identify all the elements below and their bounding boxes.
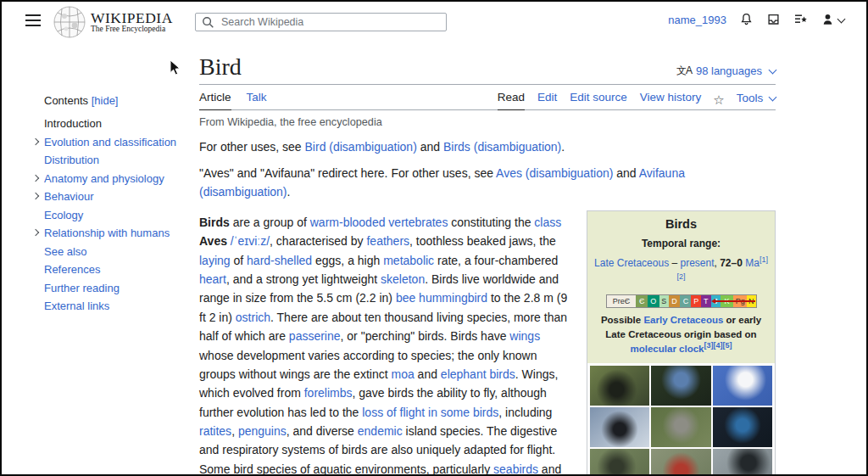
taxobox-title: Birds [592,217,771,232]
text-run: are a group of [230,216,310,229]
wiki-link[interactable]: endemic [358,424,403,438]
wiki-link[interactable]: Ma [745,257,760,269]
era-p[interactable]: P [691,295,701,307]
bird-photo-white-tern[interactable] [713,366,772,406]
tab-edit[interactable]: Edit [537,91,557,109]
wiki-link[interactable]: moa [391,367,414,381]
wiki-link[interactable]: molecular clock [631,344,704,354]
toc-item-label: Evolution and classification [44,136,176,148]
wiki-link[interactable]: Late Cretaceous [594,257,669,269]
text-run: , toothless beaked jaws, the [409,234,556,248]
era-є[interactable]: Є [636,295,648,307]
tab-read[interactable]: Read [498,91,525,110]
notifications-bell-icon[interactable] [739,13,754,26]
bird-photo-hummingbird[interactable] [651,449,710,476]
toc-item-anatomy-and-physiology[interactable]: Anatomy and physiology [33,172,190,186]
era-c[interactable]: C [680,295,691,307]
wiki-link[interactable]: loss of flight in some birds [362,406,498,419]
tab-talk[interactable]: Talk [247,91,267,109]
logo-tagline: The Free Encyclopedia [91,25,173,34]
toc-item-ecology[interactable]: Ecology [33,209,190,222]
toc-item-evolution-and-classification[interactable]: Evolution and classification [33,136,190,149]
bird-photo-frigatebird[interactable] [713,449,772,476]
languages-button[interactable]: 文A 98 languages [676,64,776,81]
bold-text: Birds [199,216,230,229]
chevron-right-icon[interactable] [32,229,39,236]
bird-photo-flying-swallow[interactable] [590,449,649,476]
toc-item-further-reading[interactable]: Further reading [33,282,190,295]
text-run: . [561,140,565,154]
language-icon: 文A [676,64,692,78]
wiki-link[interactable]: Aves (disambiguation) [496,166,613,180]
wiki-link[interactable]: class [534,216,561,229]
bird-photo-grey-crowned-crane[interactable] [651,407,710,447]
chevron-right-icon[interactable] [32,174,39,181]
wiki-link[interactable]: Bird (disambiguation) [305,140,417,154]
era-o[interactable]: O [648,295,659,307]
era-s[interactable]: S [659,295,669,307]
wikipedia-logo[interactable]: WIKIPEDIA The Free Encyclopedia [53,5,173,39]
watchlist-list-star-icon[interactable] [793,13,808,26]
wiki-link[interactable]: Early Cretaceous [643,315,723,325]
chevron-down-icon [769,65,777,74]
search-icon [202,16,214,29]
wiki-link[interactable]: bee hummingbird [396,291,487,305]
toc-item-external-links[interactable]: External links [33,300,190,313]
toc-item-label: Ecology [44,209,83,221]
wiki-link[interactable]: elephant birds [441,367,515,381]
wiki-link[interactable]: /ˈeɪviːz/ [231,234,270,248]
user-menu[interactable] [821,13,844,26]
tab-edit-source[interactable]: Edit source [570,91,627,109]
wiki-link[interactable]: Birds (disambiguation) [443,140,561,154]
contents-label: Contents [44,94,88,107]
watch-star-icon[interactable]: ☆ [713,93,724,109]
toc-item-references[interactable]: References [33,263,190,277]
toc-item-behaviour[interactable]: Behaviour [33,190,190,204]
toc-hide-button[interactable]: [hide] [92,94,119,107]
search-bar[interactable] [195,13,447,31]
wiki-link[interactable]: laying [199,254,231,267]
chevron-right-icon[interactable] [32,193,39,199]
tab-view-history[interactable]: View history [640,91,702,109]
wiki-link[interactable]: vertebrates [388,216,448,229]
toc-item-relationship-with-humans[interactable]: Relationship with humans [33,227,190,240]
wiki-link[interactable]: skeleton [381,272,425,286]
reference-link[interactable]: [3][4][5] [704,341,732,350]
tools-button[interactable]: Tools [737,92,776,109]
wiki-link[interactable]: hard-shelled [247,254,312,267]
main-menu-icon[interactable] [25,14,41,27]
wiki-link[interactable]: present [680,257,714,269]
wiki-link[interactable]: passerine [289,329,341,343]
table-of-contents: Contents [hide] IntroductionEvolution an… [33,94,190,318]
era-d[interactable]: D [669,295,681,307]
bird-photo-oystercatcher[interactable] [590,407,649,447]
wiki-link[interactable]: ratites [199,424,231,438]
toc-item-label: Behaviour [44,190,94,203]
wiki-link[interactable]: feathers [366,234,409,248]
toc-item-see-also[interactable]: See also [33,245,190,259]
wiki-link[interactable]: forelimbs [304,386,353,400]
chevron-down-icon [769,92,777,101]
wiki-link[interactable]: heart [199,272,226,286]
toc-item-distribution[interactable]: Distribution [33,154,190,167]
bird-photo-toucan[interactable] [590,366,649,406]
temporal-range-value: Late Cretaceous – present, 72–0 Ma[1][2] [592,255,771,288]
wiki-link[interactable]: metabolic [383,254,434,267]
bird-photo-peafowl[interactable] [713,407,772,447]
wiki-link[interactable]: penguins [238,424,287,438]
era-preє[interactable]: PreЄ [607,295,637,307]
inbox-tray-icon[interactable] [766,13,781,26]
username-link[interactable]: name_1993 [668,14,726,26]
text-run: rate, a four-chambered [434,254,558,267]
wiki-link[interactable]: seabirds [493,462,538,476]
search-input[interactable] [220,15,446,29]
era-t[interactable]: T [701,295,711,307]
wiki-link[interactable]: warm-blooded [310,216,386,229]
tab-article[interactable]: Article [199,91,231,110]
wiki-link[interactable]: wings [509,329,540,343]
view-tab-group: ReadEditEdit sourceView history ☆ Tools [498,91,776,109]
toc-item-introduction[interactable]: Introduction [33,117,190,131]
bird-photo-cassowary[interactable] [651,366,710,406]
chevron-right-icon[interactable] [32,137,39,144]
wiki-link[interactable]: ostrich [236,311,270,324]
